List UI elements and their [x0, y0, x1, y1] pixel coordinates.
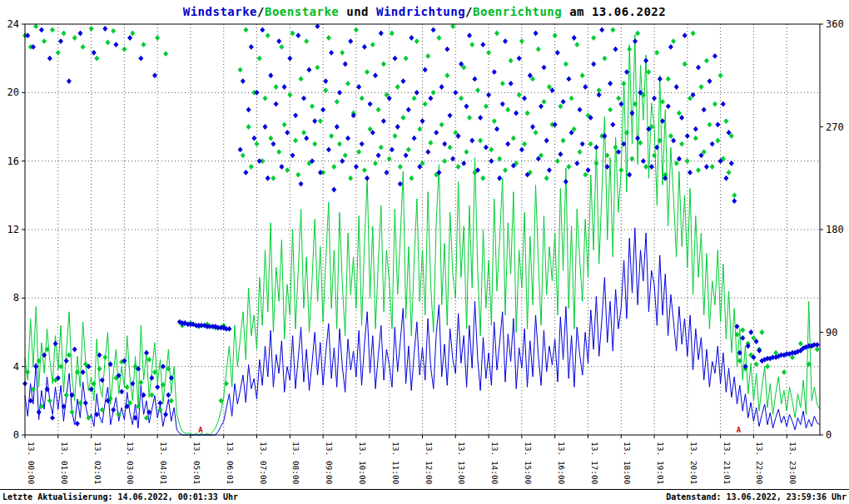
y-left-tick-label: 0: [13, 429, 19, 441]
y-right-tick-label: 270: [826, 121, 844, 133]
x-tick-label: 13. 05:01: [192, 442, 201, 485]
data-state-text: Datenstand: 13.06.2022, 23:59:36 Uhr: [666, 492, 847, 502]
x-tick-label: 13. 19:01: [656, 442, 665, 485]
x-tick-label: 13. 07:00: [259, 442, 268, 485]
y-right-tick-label: 360: [826, 18, 844, 30]
x-tick-label: 13. 04:01: [159, 442, 168, 485]
x-tick-label: 13. 08:00: [291, 442, 300, 485]
y-left-tick-label: 12: [7, 224, 19, 235]
x-tick-label: 13. 06:01: [226, 442, 235, 485]
x-tick-label: 13. 00:00: [27, 442, 36, 485]
x-tick-label: 13. 12:00: [424, 442, 434, 485]
axis-labels: 0481216202409018027036013. 00:0013. 01:0…: [7, 18, 844, 485]
y-left-tick-label: 4: [13, 361, 19, 373]
x-tick-label: 13. 01:00: [60, 442, 69, 485]
x-tick-label: 13. 21:01: [722, 442, 732, 485]
x-tick-label: 13. 13:00: [457, 442, 466, 485]
x-tick-label: 13. 14:00: [490, 442, 499, 485]
y-left-tick-label: 8: [13, 292, 19, 304]
x-tick-label: 13. 09:00: [325, 442, 334, 485]
outage-annotation: A: [198, 426, 203, 434]
x-tick-label: 13. 10:00: [358, 442, 367, 485]
x-tick-label: 13. 02:01: [93, 442, 102, 485]
x-tick-label: 13. 03:00: [126, 442, 135, 485]
y-right-tick-label: 90: [826, 327, 837, 338]
wind-direction-points: [22, 23, 820, 426]
y-right-tick-label: 0: [826, 429, 832, 441]
x-tick-label: 13. 18:00: [623, 442, 632, 485]
x-tick-label: 13. 11:00: [391, 442, 400, 485]
y-right-tick-label: 180: [826, 224, 844, 235]
plot-area: 0481216202409018027036013. 00:0013. 01:0…: [0, 0, 849, 492]
last-update-text: Letzte Aktualisierung: 14.06.2022, 00:01…: [2, 492, 238, 502]
x-tick-label: 13. 17:00: [590, 442, 599, 485]
x-tick-label: 13. 20:01: [689, 442, 698, 485]
footer-bar: Letzte Aktualisierung: 14.06.2022, 00:01…: [0, 489, 849, 504]
x-tick-label: 13. 23:00: [788, 442, 797, 485]
x-tick-label: 13. 15:00: [524, 442, 533, 485]
y-left-tick-label: 24: [7, 18, 19, 30]
y-left-tick-label: 20: [7, 86, 19, 98]
wind-chart-svg: 0481216202409018027036013. 00:0013. 01:0…: [0, 0, 849, 489]
y-left-tick-label: 16: [7, 156, 19, 167]
x-tick-label: 13. 22:00: [755, 442, 764, 485]
outage-annotation: A: [737, 426, 742, 434]
x-tick-label: 13. 16:00: [557, 442, 566, 485]
